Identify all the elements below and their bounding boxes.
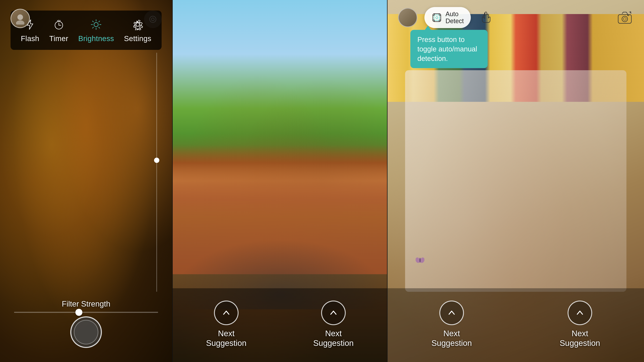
flash-label: Flash (21, 34, 39, 43)
next-suggestion-p3-left-label: NextSuggestion (432, 329, 472, 348)
filter-slider-thumb[interactable] (75, 309, 82, 316)
svg-line-19 (92, 27, 94, 28)
next-suggestion-right-label: NextSuggestion (313, 329, 354, 348)
chevron-up-right[interactable] (321, 301, 346, 325)
panel2-bottom-bar: NextSuggestion NextSuggestion (173, 288, 387, 362)
svg-line-16 (92, 21, 94, 22)
settings-label: Settings (124, 34, 152, 43)
svg-point-26 (436, 16, 438, 18)
next-suggestion-p3-right-button[interactable]: NextSuggestion (560, 301, 600, 348)
menu-item-settings[interactable]: Settings (124, 17, 152, 43)
tooltip-text: Press button to toggle auto/manual detec… (418, 36, 477, 62)
avatar-p3[interactable] (398, 8, 418, 27)
panel-books: Auto Detect Press but (388, 0, 644, 362)
menu-item-brightness[interactable]: Brightness (78, 17, 114, 43)
camera-flip-icon[interactable] (616, 9, 634, 26)
panel-street: NextSuggestion NextSuggestion (173, 0, 387, 362)
camera-menu: Flash Timer (10, 10, 162, 50)
svg-point-1 (16, 20, 24, 24)
shutter-button[interactable] (70, 316, 102, 348)
svg-line-7 (58, 20, 58, 21)
tooltip-box: Press button to toggle auto/manual detec… (410, 30, 488, 68)
next-suggestion-left-label: NextSuggestion (206, 329, 246, 348)
svg-rect-25 (434, 15, 440, 20)
auto-detect-button[interactable]: Auto Detect (424, 7, 471, 28)
next-suggestion-p3-left-button[interactable]: NextSuggestion (432, 301, 472, 348)
svg-line-8 (60, 20, 60, 21)
chevron-up-p3-right[interactable] (568, 301, 592, 325)
brightness-label: Brightness (78, 34, 114, 43)
auto-detect-text: Auto Detect (446, 10, 464, 24)
auto-detect-icon (432, 12, 442, 23)
menu-item-timer[interactable]: Timer (49, 17, 68, 43)
svg-line-18 (99, 21, 100, 22)
shutter-inner (74, 320, 98, 345)
panel-camera: Flash Timer (0, 0, 172, 362)
svg-point-0 (18, 14, 23, 20)
next-suggestion-left-button[interactable]: NextSuggestion (206, 301, 246, 348)
chevron-up-left[interactable] (214, 301, 238, 325)
tooltip-arrow (424, 26, 432, 30)
pillow-decoration (405, 70, 626, 292)
brightness-slider[interactable] (155, 53, 158, 292)
svg-point-23 (420, 258, 420, 263)
svg-point-20 (136, 23, 140, 26)
avatar[interactable] (10, 9, 30, 28)
next-suggestion-p3-right-label: NextSuggestion (560, 329, 600, 348)
filter-strength-label: Filter Strength (62, 300, 110, 308)
filter-strength-control: Filter Strength (14, 300, 158, 313)
next-suggestion-right-button[interactable]: NextSuggestion (313, 301, 354, 348)
svg-point-11 (94, 22, 98, 27)
brightness-track (156, 53, 157, 292)
panel3-bottom-bar: NextSuggestion NextSuggestion (388, 288, 644, 362)
svg-point-37 (623, 17, 626, 20)
brightness-handle[interactable] (154, 158, 159, 163)
settings-icon (131, 17, 145, 31)
cursor-icon (478, 10, 494, 25)
timer-label: Timer (49, 34, 68, 43)
timer-icon (52, 17, 66, 31)
chevron-up-p3-left[interactable] (439, 301, 464, 325)
filter-slider-track[interactable] (14, 312, 158, 313)
butterfly-icon (416, 257, 424, 264)
svg-line-17 (99, 27, 100, 28)
brightness-icon (89, 17, 103, 31)
svg-point-36 (622, 16, 628, 22)
